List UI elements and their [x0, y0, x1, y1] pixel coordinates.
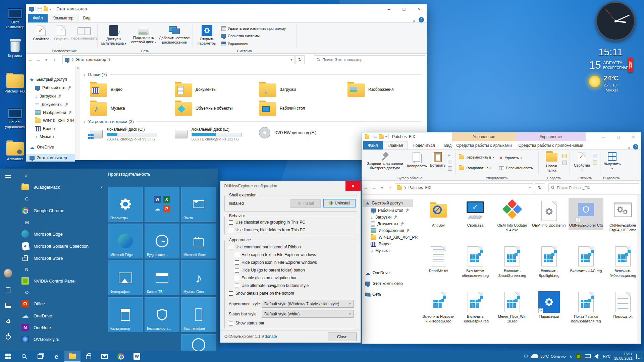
tile-security[interactable]: Безопасность... — [145, 297, 179, 332]
file-reg-user-folders[interactable]: Показ 7 папок пользователя.reg — [569, 291, 603, 324]
taskbar-edge-button[interactable]: e — [48, 351, 64, 362]
ribbon-add-network-button[interactable]: Добавить сетевое расположение — [159, 25, 190, 44]
taskbar-search-button[interactable] — [16, 351, 32, 362]
refresh-button[interactable]: ↻ — [535, 183, 544, 192]
ribbon-map-drive-button[interactable]: Подключить сетевой диск ▾ — [129, 25, 158, 44]
qat-customize-icon[interactable]: ▾ — [50, 8, 51, 11]
checkbox-details-pane[interactable]: Show details pane on the bottom — [229, 291, 294, 296]
minimize-button[interactable]: – — [381, 4, 396, 14]
folder-tile-documents[interactable]: Документы — [175, 81, 255, 98]
sidebar-item-music[interactable]: ♪Музыка — [368, 247, 418, 254]
appearance-style-select[interactable]: Default style (Windows 7 style / skin st… — [262, 300, 354, 308]
checkbox-command-bar[interactable]: Use command bar instead of Ribbon — [229, 245, 301, 249]
sidebar-item-pictures[interactable]: Изображени — [32, 109, 75, 116]
ribbon-pin-button[interactable]: Закрепить на панели быстрого доступа — [365, 152, 406, 170]
ribbon-system-properties-button[interactable]: Свойства системы — [221, 34, 260, 38]
app-list-header[interactable]: G — [25, 196, 29, 201]
window-titlebar[interactable]: ▾ Patches_FIX Управление Управление – □ … — [362, 132, 641, 141]
checkbox-hide-up[interactable]: Hide Up (go to parent folder) button — [235, 268, 305, 273]
file-oem-updater-ini[interactable]: OEM Info Updater.ini — [532, 200, 567, 228]
tile-movies-tv[interactable]: Кино и ТВ — [145, 260, 179, 295]
sidebar-item-desktop[interactable]: Рабочий сто — [32, 84, 75, 92]
sidebar-item-quick-access[interactable]: ★Быстрый доступ — [363, 199, 413, 207]
address-dropdown-icon[interactable]: ▾ — [529, 186, 531, 189]
file-reg-news-interests[interactable]: Включить Новости и интересы.reg — [421, 291, 456, 324]
sidebar-item-network[interactable]: Сеть — [363, 291, 418, 298]
checkbox-hide-caption-text[interactable]: Hide caption text in File Explorer windo… — [235, 252, 316, 257]
ribbon-collapse-icon[interactable]: ∧ — [413, 19, 415, 22]
breadcrumb[interactable]: Этот компьютер — [76, 57, 106, 62]
sidebar-item-onedrive[interactable]: ☁OneDrive — [363, 269, 418, 277]
help-icon[interactable]: ? — [633, 144, 638, 149]
tab-home[interactable]: Главная — [383, 141, 408, 149]
file-oldnewexplorer-cfg[interactable]: ↗OldNewExplorer Cfg — [569, 198, 603, 230]
taskbar-store-button[interactable] — [80, 351, 97, 362]
sidebar-item-win10-folder[interactable]: WIN10_X86_X64_PR — [368, 234, 418, 241]
folder-tile-3d-objects[interactable]: Объемные объекты — [175, 100, 255, 117]
file-reg-auto-update[interactable]: Вкл Автом обновление.reg — [458, 246, 493, 278]
ribbon-uninstall-program-button[interactable]: Удалить или изменить программу — [221, 26, 286, 31]
forward-button[interactable]: → — [370, 185, 378, 190]
tile-partial[interactable] — [181, 334, 216, 351]
taskbar-weather[interactable]: 33°CОблачно — [532, 354, 566, 358]
content-scrollbar[interactable] — [637, 195, 641, 344]
minimize-button[interactable]: – — [596, 132, 611, 141]
app-list-header[interactable]: O — [25, 290, 29, 295]
close-button[interactable]: Close — [328, 333, 357, 341]
new-item-icon[interactable] — [562, 154, 567, 158]
sidebar-item-music[interactable]: ♪Музыка — [32, 133, 75, 140]
properties-qat-icon[interactable] — [373, 135, 377, 139]
cut-icon[interactable]: ✂ — [448, 153, 452, 158]
file-reg-telemetry[interactable]: Включить Телеметрия.reg — [458, 291, 493, 324]
tile-mail[interactable]: Почта — [181, 187, 216, 222]
sidebar-item-documents[interactable]: Документы — [32, 101, 75, 108]
desktop-icon-recycle-bin[interactable]: Корзина — [2, 38, 28, 58]
tile-settings[interactable]: Параметры — [108, 187, 143, 222]
expand-chevron-icon[interactable]: ∨ — [100, 185, 103, 189]
hamburger-menu-icon[interactable] — [4, 173, 12, 181]
file-oldnewexplorer-cmd[interactable]: OldNewExplorer Cfg64_OFF.cmd — [605, 200, 640, 233]
sidebar-item-win10-folder[interactable]: WIN10_X86_X64_ — [32, 117, 75, 124]
close-button[interactable]: × — [412, 4, 427, 14]
folder-qat-icon[interactable] — [44, 7, 48, 11]
ribbon-open-settings-button[interactable]: Открыть параметры — [196, 25, 218, 45]
taskbar-mail-button[interactable] — [97, 351, 113, 362]
sidebar-item-this-pc[interactable]: Этот компьютер — [363, 280, 418, 287]
folder-tile-videos[interactable]: Видео — [90, 81, 170, 98]
folder-tile-music[interactable]: ♪Музыка — [90, 100, 170, 117]
nvidia-tray-icon[interactable] — [576, 354, 581, 359]
app-item-8gadgetpack[interactable]: 8GadgetPack∨ — [21, 183, 107, 191]
folder-tile-downloads[interactable]: ↓Загрузки — [259, 81, 339, 98]
ribbon-delete-button[interactable]: ✕Удалить▾ — [499, 155, 522, 161]
file-antispy[interactable]: AntiSpy — [421, 200, 456, 228]
start-button[interactable] — [0, 351, 16, 362]
task-view-button[interactable] — [32, 351, 48, 362]
checkbox-status-bar[interactable]: Show status bar — [229, 321, 264, 325]
copy-path-icon[interactable] — [448, 160, 452, 164]
status-style-select[interactable]: Default style (white)∨ — [262, 310, 354, 318]
ribbon-paste-button[interactable]: Вставить — [428, 152, 447, 168]
taskbar-explorer-button[interactable] — [64, 351, 80, 362]
up-button[interactable]: ↑ — [50, 57, 58, 62]
sidebar-scrollbar[interactable]: ∧ — [75, 66, 80, 160]
file-settings-shortcut[interactable]: ↗Параметры — [532, 291, 567, 319]
ribbon-rename-button[interactable]: Переименовать — [71, 25, 97, 41]
sidebar-item-onedrive[interactable]: ☁OneDrive — [27, 143, 75, 151]
sidebar-item-downloads[interactable]: ↓Загрузки — [32, 93, 75, 100]
tile-your-phone[interactable]: Ваш телефон — [181, 297, 216, 332]
volume-icon[interactable]: ) — [594, 354, 599, 359]
ribbon-manage-button[interactable]: Управление — [221, 42, 248, 46]
install-button[interactable]: Install — [290, 199, 321, 208]
app-item-nvidia[interactable]: NVIDIA Control Panel — [21, 277, 75, 285]
app-list-header[interactable]: N — [25, 267, 28, 272]
taskbar-clock[interactable]: 15:1115.08.2021 — [614, 352, 633, 361]
ribbon-collapse-icon[interactable]: ∧ — [628, 146, 630, 149]
checkbox-glass-navbar[interactable]: Enable glass on navigation bar — [235, 276, 297, 280]
tile-edge[interactable]: Microsoft Edge — [108, 224, 143, 258]
ribbon-open-button[interactable]: ↑ Открыть — [52, 25, 70, 41]
sidebar-item-videos[interactable]: Видео — [368, 240, 418, 248]
ribbon-copy-button[interactable]: Копировать — [406, 152, 428, 168]
network-icon[interactable] — [585, 354, 591, 358]
section-folders[interactable]: ∨Папки (7) — [83, 72, 421, 77]
properties-qat-icon[interactable] — [38, 7, 42, 11]
